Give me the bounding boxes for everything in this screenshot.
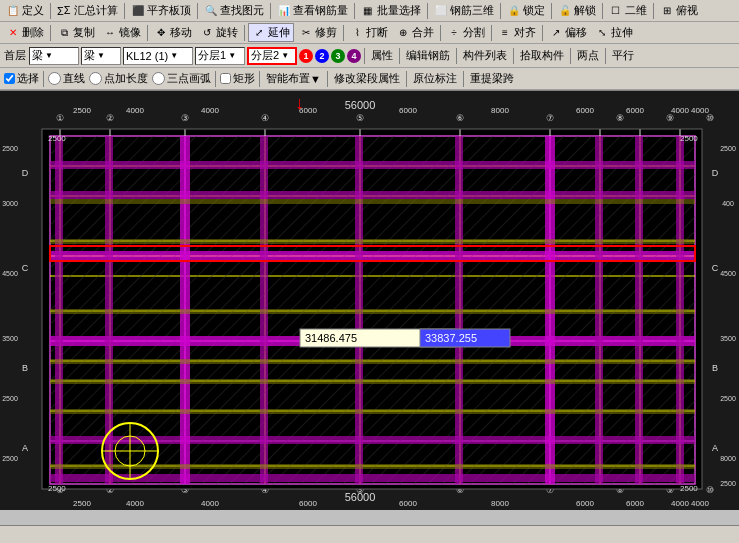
sep20 — [456, 48, 457, 64]
svg-text:C: C — [22, 263, 29, 273]
pick-element-button[interactable]: 拾取构件 — [517, 47, 567, 64]
sep23 — [605, 48, 606, 64]
point-len-radio[interactable] — [89, 72, 102, 85]
svg-text:4000: 4000 — [671, 106, 689, 115]
svg-text:2500: 2500 — [680, 134, 698, 143]
origin-mark-button[interactable]: 原位标注 — [410, 70, 460, 87]
floor-dropdown[interactable]: 梁 ▼ — [29, 47, 79, 65]
svg-text:B: B — [22, 363, 28, 373]
sep7 — [500, 3, 501, 19]
extend-button[interactable]: ⤢ 延伸 — [248, 23, 294, 42]
three-point-arc-radio-label[interactable]: 三点画弧 — [152, 71, 211, 86]
sep22 — [570, 48, 571, 64]
copy-button[interactable]: ⧉ 复制 — [54, 24, 98, 41]
offset-button[interactable]: ↗ 偏移 — [546, 24, 590, 41]
sep26 — [259, 71, 260, 87]
type-dropdown[interactable]: 梁 ▼ — [81, 47, 121, 65]
layer1-dropdown[interactable]: 分层1 ▼ — [195, 47, 245, 65]
svg-text:C: C — [712, 263, 719, 273]
top-view-button[interactable]: ⊞ 俯视 — [657, 2, 701, 19]
svg-text:6000: 6000 — [626, 106, 644, 115]
svg-text:2500: 2500 — [2, 455, 18, 462]
three-point-arc-radio[interactable] — [152, 72, 165, 85]
svg-rect-113 — [50, 464, 695, 469]
define-button[interactable]: 📋 定义 — [3, 2, 47, 19]
element-list-button[interactable]: 构件列表 — [460, 47, 510, 64]
view-rebar-button[interactable]: 📊 查看钢筋量 — [274, 2, 351, 19]
parallel-button[interactable]: 平行 — [609, 47, 637, 64]
merge-button[interactable]: ⊕ 合并 — [393, 24, 437, 41]
smart-layout-button[interactable]: 智能布置 ▼ — [263, 70, 324, 87]
property-button[interactable]: 属性 — [368, 47, 396, 64]
line-radio-label[interactable]: 直线 — [48, 71, 85, 86]
re-extract-span-button[interactable]: 重提梁跨 — [467, 70, 517, 87]
two-point-button[interactable]: 两点 — [574, 47, 602, 64]
svg-text:6000: 6000 — [399, 499, 417, 508]
svg-text:4000: 4000 — [126, 106, 144, 115]
define-icon: 📋 — [6, 4, 20, 18]
rect-checkbox-label[interactable]: 矩形 — [220, 71, 255, 86]
svg-text:⑧: ⑧ — [616, 113, 624, 123]
layer2-dropdown[interactable]: 分层2 ▼ — [247, 47, 297, 65]
rect-checkbox[interactable] — [220, 73, 231, 84]
sep25 — [215, 71, 216, 87]
svg-text:56000: 56000 — [345, 99, 376, 111]
delete-icon: ✕ — [6, 26, 20, 40]
smart-layout-arrow: ▼ — [310, 73, 321, 85]
offset-icon: ↗ — [549, 26, 563, 40]
edit-rebar-button[interactable]: 编辑钢筋 — [403, 47, 453, 64]
sep5 — [354, 3, 355, 19]
svg-text:4000: 4000 — [126, 499, 144, 508]
svg-text:2500: 2500 — [720, 395, 736, 402]
select-checkbox[interactable] — [4, 73, 15, 84]
move-button[interactable]: ✥ 移动 — [151, 24, 195, 41]
rotate-button[interactable]: ↺ 旋转 — [197, 24, 241, 41]
sep10 — [653, 3, 654, 19]
split-button[interactable]: ÷ 分割 — [444, 24, 488, 41]
svg-rect-108 — [50, 239, 695, 244]
2d-button[interactable]: ☐ 二维 — [606, 2, 650, 19]
line-radio[interactable] — [48, 72, 61, 85]
stretch-button[interactable]: ⤡ 拉伸 — [592, 24, 636, 41]
sep28 — [406, 71, 407, 87]
batch-select-button[interactable]: ▦ 批量选择 — [358, 2, 424, 19]
find-element-button[interactable]: 🔍 查找图元 — [201, 2, 267, 19]
type-dropdown-arrow: ▼ — [97, 51, 105, 60]
sum-calc-button[interactable]: Σ Σ 汇总计算 — [54, 2, 121, 19]
rebar-3d-button[interactable]: ⬜ 钢筋三维 — [431, 2, 497, 19]
align-icon: ⬛ — [131, 4, 145, 18]
sep29 — [463, 71, 464, 87]
svg-text:33837.255: 33837.255 — [425, 332, 477, 344]
badge-3: 3 — [331, 49, 345, 63]
status-bar — [0, 525, 739, 543]
delete-button[interactable]: ✕ 删除 — [3, 24, 47, 41]
mirror-button[interactable]: ↔ 镜像 — [100, 24, 144, 41]
align-top-button[interactable]: ⬛ 平齐板顶 — [128, 2, 194, 19]
unlock-button[interactable]: 🔓 解锁 — [555, 2, 599, 19]
point-len-radio-label[interactable]: 点加长度 — [89, 71, 148, 86]
sep16 — [491, 25, 492, 41]
sep17 — [542, 25, 543, 41]
rotate-icon: ↺ — [200, 26, 214, 40]
3d-icon: ⬜ — [434, 4, 448, 18]
element-dropdown[interactable]: KL12 (1) ▼ — [123, 47, 193, 65]
toolbar-row1-content: 📋 定义 Σ Σ 汇总计算 ⬛ 平齐板顶 🔍 查找图元 📊 查看钢筋量 ▦ 批量… — [0, 0, 739, 22]
select-checkbox-label[interactable]: 选择 — [4, 71, 39, 86]
sep2 — [124, 3, 125, 19]
toolbar-row2-content: ✕ 删除 ⧉ 复制 ↔ 镜像 ✥ 移动 ↺ 旋转 ⤢ 延伸 ✂ 修剪 — [0, 22, 739, 44]
trim-button[interactable]: ✂ 修剪 — [296, 24, 340, 41]
2d-icon: ☐ — [609, 4, 623, 18]
svg-text:31486.475: 31486.475 — [305, 332, 357, 344]
modify-segment-button[interactable]: 修改梁段属性 — [331, 70, 403, 87]
badge-2: 2 — [315, 49, 329, 63]
svg-text:2500: 2500 — [73, 106, 91, 115]
svg-text:⑦: ⑦ — [546, 113, 554, 123]
floor-label: 首层 — [4, 48, 26, 63]
break-button[interactable]: ⌇ 打断 — [347, 24, 391, 41]
badge-4: 4 — [347, 49, 361, 63]
lock-button[interactable]: 🔒 锁定 — [504, 2, 548, 19]
svg-text:2500: 2500 — [2, 395, 18, 402]
canvas-area[interactable]: 56000 56000 ① ② ③ ④ ⑤ ⑥ ⑦ ⑧ ⑨ ⑩ ① ② ③ ④ … — [0, 91, 739, 510]
svg-text:3500: 3500 — [720, 335, 736, 342]
align-button[interactable]: ≡ 对齐 — [495, 24, 539, 41]
